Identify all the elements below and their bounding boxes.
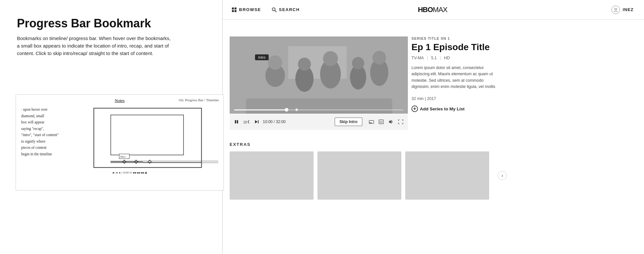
- add-list-label: Add Series to My List: [420, 106, 464, 111]
- extras-label: EXTRAS: [230, 142, 496, 147]
- skip-intro-button[interactable]: Skip Intro: [335, 118, 362, 126]
- browse-label: BROWSE: [239, 7, 261, 12]
- svg-marker-35: [255, 120, 258, 123]
- sketch-svg: Intro ■ |◄ ►| 10:00 S1 ■■ ■■ ■■ ▣: [78, 106, 218, 181]
- svg-text:CC: CC: [380, 121, 383, 123]
- controls-right: CC: [368, 119, 404, 125]
- progress-track[interactable]: [234, 109, 403, 110]
- user-icon: [613, 7, 618, 12]
- max-text: MAX: [433, 6, 448, 14]
- svg-rect-33: [237, 120, 238, 123]
- left-panel: Progress Bar Bookmark Bookmarks on timel…: [17, 17, 206, 57]
- extras-thumb-1[interactable]: [230, 151, 314, 200]
- plus-icon: +: [411, 106, 418, 112]
- nav-search[interactable]: SEARCH: [272, 7, 300, 12]
- browse-icon: [232, 7, 237, 12]
- nav-user[interactable]: INEZ: [611, 6, 634, 14]
- duration: 32 min: [411, 96, 424, 101]
- year: 2017: [427, 96, 436, 101]
- episode-meta: TV-MA | 5.1 | HD: [411, 56, 503, 60]
- svg-rect-36: [258, 120, 259, 123]
- fullscreen-icon: [398, 120, 403, 124]
- intro-tooltip: Intro: [255, 54, 269, 60]
- skip-icon: [254, 120, 259, 124]
- svg-point-23: [298, 58, 311, 71]
- rating: TV-MA: [411, 56, 424, 60]
- sketch-header: Notes: [115, 98, 125, 103]
- svg-point-17: [615, 8, 617, 10]
- fullscreen-button[interactable]: [397, 119, 404, 125]
- progress-thumb: [285, 108, 288, 112]
- add-to-list-button[interactable]: + Add Series to My List: [411, 106, 464, 112]
- svg-text:■ |◄ ►| 10:00   S1 ■■ ■■ ■■ ▣: ■ |◄ ►| 10:00 S1 ■■ ■■ ■■ ▣: [113, 171, 147, 174]
- nav-browse[interactable]: BROWSE: [232, 7, 261, 12]
- sketch-notes: · upon hover over diamond, small box wil…: [21, 106, 59, 157]
- extras-section: EXTRAS ›: [230, 142, 496, 200]
- episode-description: Lorem ipsum dolor sit amet, consectetur …: [411, 65, 503, 90]
- cast-icon: [369, 120, 374, 124]
- intro-tooltip-text: Intro: [258, 55, 265, 59]
- cast-button[interactable]: [368, 119, 375, 125]
- sketch-diagram: Intro ■ |◄ ►| 10:00 S1 ■■ ■■ ■■ ▣: [78, 106, 218, 181]
- search-icon: [272, 7, 277, 12]
- svg-point-21: [268, 55, 282, 70]
- svg-marker-41: [389, 120, 392, 124]
- svg-rect-12: [235, 7, 236, 9]
- user-name: INEZ: [623, 7, 634, 12]
- top-nav: BROWSE SEARCH HBOMAX INEZ: [221, 0, 644, 20]
- arrow-icon: ›: [502, 173, 503, 178]
- time-display: 10:00 / 32:00: [263, 120, 292, 124]
- hbo-logo: HBOMAX: [418, 6, 448, 14]
- hbo-text: HBO: [418, 6, 433, 14]
- pause-icon: [234, 120, 239, 124]
- svg-rect-32: [235, 120, 236, 123]
- subtitles-icon: CC: [379, 120, 384, 124]
- volume-button[interactable]: [388, 119, 394, 125]
- svg-text:10: 10: [243, 120, 247, 124]
- controls-bar: 10 10:00 / 32:00 Skip Intro: [230, 114, 408, 130]
- svg-point-15: [272, 8, 275, 11]
- episode-title: Ep 1 Episode Title: [411, 42, 503, 52]
- extras-next-arrow[interactable]: ›: [498, 171, 507, 180]
- episode-info: SERIES TITLE SN 1 Ep 1 Episode Title TV-…: [411, 36, 503, 112]
- video-area: Intro 10: [230, 36, 408, 130]
- video-player[interactable]: Intro 10: [230, 36, 408, 130]
- svg-rect-4: [111, 161, 143, 163]
- sketch-label-right: On: Progress Bar / Timeline: [179, 98, 219, 102]
- svg-rect-13: [232, 10, 234, 12]
- svg-rect-1: [111, 115, 184, 155]
- page-description: Bookmarks on timeline/ progress bar. Whe…: [17, 35, 173, 57]
- volume-icon: [388, 120, 394, 124]
- search-label: SEARCH: [279, 7, 300, 12]
- sketch-box: Notes On: Progress Bar / Timeline · upon…: [16, 94, 224, 190]
- svg-point-25: [323, 51, 338, 66]
- svg-point-38: [370, 123, 371, 124]
- skip-button[interactable]: [254, 119, 260, 125]
- rewind-button[interactable]: 10: [243, 119, 250, 125]
- extras-row: ›: [230, 151, 496, 200]
- svg-line-16: [275, 10, 276, 12]
- progress-bookmark: [295, 108, 298, 111]
- rewind-icon: 10: [243, 120, 250, 124]
- progress-area[interactable]: [230, 106, 408, 113]
- svg-rect-11: [232, 7, 234, 9]
- svg-rect-14: [235, 10, 236, 12]
- pause-button[interactable]: [234, 119, 239, 125]
- svg-rect-0: [94, 108, 201, 167]
- extras-thumb-3[interactable]: [405, 151, 489, 200]
- subtitles-button[interactable]: CC: [378, 119, 384, 125]
- season-num: 5.1: [431, 56, 436, 60]
- progress-fill: [234, 109, 287, 110]
- series-label: SERIES TITLE SN 1: [411, 36, 503, 40]
- page-title: Progress Bar Bookmark: [17, 17, 206, 30]
- nav-left: BROWSE SEARCH: [232, 7, 300, 12]
- svg-point-27: [352, 57, 364, 69]
- episode-time-year: 32 min | 2017: [411, 96, 503, 101]
- svg-point-29: [372, 51, 386, 64]
- svg-text:Intro: Intro: [120, 155, 126, 158]
- extras-thumb-2[interactable]: [317, 151, 401, 200]
- quality-badge: HD: [444, 56, 450, 60]
- user-avatar: [611, 6, 620, 14]
